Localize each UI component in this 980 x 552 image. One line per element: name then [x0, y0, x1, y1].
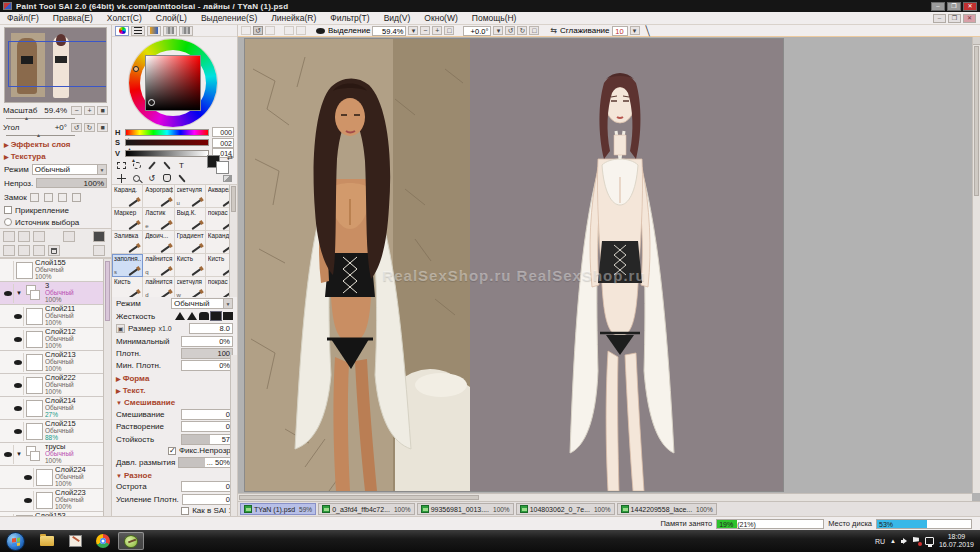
visibility-toggle[interactable] [2, 445, 14, 464]
zoom-menu-button[interactable]: ▾ [408, 26, 418, 35]
eyedropper-icon[interactable] [176, 173, 187, 183]
sharpness-value[interactable]: 0 [181, 481, 233, 492]
tool-cell[interactable]: Каранд. [112, 185, 143, 208]
misc-section-header[interactable]: ▼Разное [112, 469, 237, 481]
selection-source-radio[interactable] [4, 218, 12, 226]
menu-item[interactable]: Линейка(R) [264, 13, 323, 23]
tool-cell[interactable]: скетчуляw [175, 277, 206, 297]
lock-all-icon[interactable] [72, 193, 81, 202]
hand-tool-icon[interactable] [161, 173, 172, 183]
hardness-shapes[interactable] [175, 312, 233, 320]
move-tool-icon[interactable] [116, 173, 127, 183]
min-density-value[interactable]: 0% [181, 360, 233, 371]
select-pen-icon[interactable] [161, 160, 172, 170]
smoothing-value[interactable]: 10 [612, 26, 628, 36]
folder-expand-icon[interactable]: ▼ [16, 290, 24, 296]
transfer-down-icon[interactable] [63, 231, 75, 242]
lock-move-icon[interactable] [58, 193, 67, 202]
blending-value[interactable]: 0 [181, 409, 233, 420]
layer-mode-select[interactable]: Обычный▼ [32, 164, 107, 175]
background-color-swatch[interactable] [216, 161, 229, 174]
transparent-color-swatch[interactable] [223, 175, 232, 182]
zoom-field[interactable]: 59.4% [372, 26, 406, 36]
undo-button[interactable]: ↺ [253, 26, 263, 35]
menu-item[interactable]: Правка(E) [46, 13, 100, 23]
swap-colors-icon[interactable]: ⇄ [227, 154, 233, 162]
selection-visibility-icon[interactable] [316, 28, 325, 34]
navigator-preview[interactable] [4, 27, 107, 103]
layer-row[interactable]: Слой223Обычный100% [0, 489, 103, 512]
menu-item[interactable]: Вид(V) [377, 13, 418, 23]
layer-row[interactable]: Слой213Обычный100% [0, 351, 103, 374]
doc-close-button[interactable]: ✕ [963, 14, 976, 23]
taskbar-explorer[interactable] [34, 532, 60, 550]
canvas-vscrollbar[interactable] [972, 37, 980, 493]
size-value[interactable]: 8.0 [189, 323, 233, 334]
layer-row[interactable]: Слой215Обычный88% [0, 420, 103, 443]
s-value[interactable]: 002 [212, 138, 234, 148]
tool-cell[interactable]: Кисть [112, 277, 143, 297]
zoom-out-button[interactable]: − [71, 106, 82, 115]
color-wheel-tab[interactable] [115, 26, 129, 36]
visibility-toggle[interactable] [12, 399, 24, 418]
zoom-fit-button[interactable]: □ [444, 26, 454, 35]
tool-cell[interactable]: Градиент [175, 231, 206, 254]
zoom-in-button[interactable]: + [84, 106, 95, 115]
new-sketch-layer-icon[interactable] [18, 231, 30, 242]
zoom-reset-button[interactable]: ■ [97, 106, 108, 115]
tool-cell[interactable]: Двоич... [143, 231, 174, 254]
swatches-tab[interactable] [163, 26, 177, 36]
mask-icon[interactable] [93, 231, 105, 242]
taskbar-clock[interactable]: 18:09 16.07.2019 [939, 533, 974, 549]
file-tab[interactable]: 0_a3fd4_ffb4c72...100% [318, 503, 415, 515]
persistence-value[interactable]: 57 [181, 434, 233, 445]
layer-row[interactable]: Слой214Обычный27% [0, 397, 103, 420]
visibility-toggle[interactable] [12, 307, 24, 326]
rotate-cw-toolbar-button[interactable]: ↻ [517, 26, 527, 35]
rect-select-icon[interactable] [116, 160, 127, 170]
rotate-ccw-button[interactable]: ↺ [71, 123, 82, 132]
texture-header[interactable]: ▶Текстура [0, 150, 111, 162]
deselect-button[interactable] [284, 26, 294, 35]
tool-panel-scrollbar[interactable] [230, 355, 237, 516]
network-icon[interactable] [925, 537, 934, 545]
rotation-menu-button[interactable]: ▾ [493, 26, 503, 35]
restore-button[interactable]: ❐ [947, 2, 961, 11]
doc-minimize-button[interactable]: – [933, 14, 946, 23]
clip-group-icon[interactable] [93, 245, 105, 256]
visibility-toggle[interactable] [22, 491, 34, 510]
brush-mode-select[interactable]: Обычный▼ [171, 298, 233, 309]
menu-item[interactable]: Окно(W) [417, 13, 464, 23]
sai1-compat-checkbox[interactable] [181, 507, 189, 515]
flip-horizontal-icon[interactable]: ⇆ [550, 26, 556, 35]
layer-list-scrollbar[interactable] [103, 259, 111, 516]
keep-opacity-checkbox[interactable] [168, 447, 176, 455]
doc-restore-button[interactable]: ❐ [948, 14, 961, 23]
canvas-viewport[interactable]: RealSexShop.ru RealSexShop.ru [238, 37, 980, 501]
canvas-scroll-button[interactable] [973, 37, 980, 45]
document-canvas[interactable]: RealSexShop.ru RealSexShop.ru [245, 39, 783, 491]
visibility-toggle[interactable] [12, 330, 24, 349]
layer-folder-row[interactable]: ▼3Обычный100% [0, 282, 103, 305]
tool-cell[interactable]: Маркер [112, 208, 143, 231]
menu-item[interactable]: Холст(C) [100, 13, 149, 23]
layer-row[interactable]: Слой155Обычный100% [0, 259, 103, 282]
canvas-hscrollbar[interactable] [238, 493, 972, 501]
blending-section-header[interactable]: ▼Смешивание [112, 396, 237, 408]
clear-layer-icon[interactable] [33, 245, 45, 256]
saturation-slider[interactable]: ▲ [125, 139, 209, 146]
file-tab[interactable]: 99356981_0013....100% [417, 503, 514, 515]
tool-cell[interactable]: Выд.К. [175, 208, 206, 231]
action-center-icon[interactable] [913, 537, 920, 545]
density-value[interactable]: 100 [181, 348, 233, 359]
menu-item[interactable]: Помощь(H) [465, 13, 524, 23]
navigator-view-rect[interactable] [8, 41, 107, 87]
hidden-icons-arrow[interactable]: ▲ [890, 538, 896, 544]
menu-item[interactable]: Слой(L) [149, 13, 194, 23]
rotate-cw-button[interactable]: ↻ [84, 123, 95, 132]
layer-row[interactable]: Слой212Обычный100% [0, 328, 103, 351]
visibility-toggle[interactable] [2, 261, 14, 280]
scale-slider[interactable]: ▲ [6, 116, 105, 121]
tool-cell[interactable]: заполня...s [112, 254, 143, 277]
rotate-view-icon[interactable]: ↺ [146, 173, 157, 183]
